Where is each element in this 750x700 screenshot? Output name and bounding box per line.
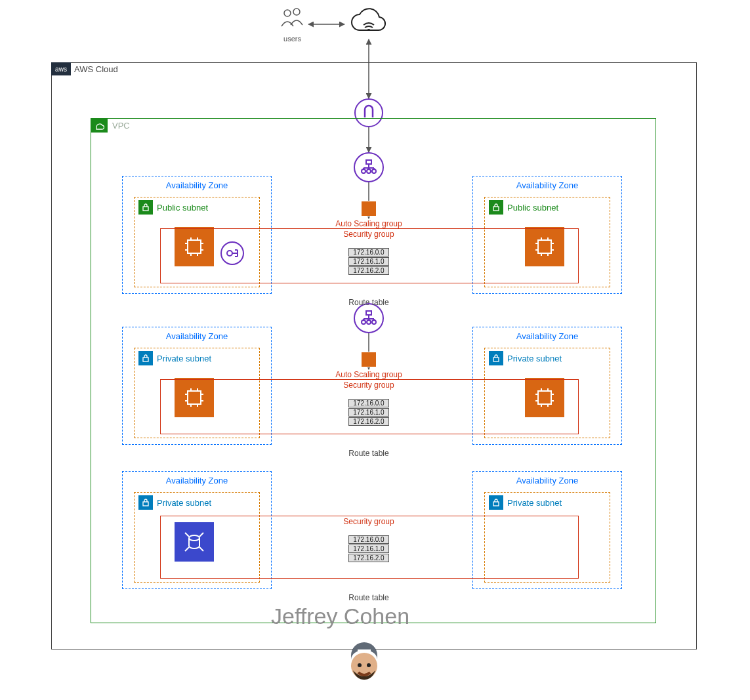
svg-rect-58 [493, 358, 499, 361]
security-group-label: Security group [328, 230, 409, 239]
lock-icon [138, 200, 153, 215]
aws-logo-icon: aws [51, 62, 71, 75]
availability-zone-label: Availability Zone [473, 180, 621, 190]
users-label: users [274, 35, 310, 43]
svg-point-18 [362, 320, 365, 324]
svg-point-5 [284, 10, 291, 16]
lock-icon [138, 495, 153, 510]
svg-rect-23 [143, 207, 148, 211]
route-row: 172.16.2.0 [348, 417, 388, 426]
auto-scaling-group-icon [361, 201, 377, 216]
svg-rect-48 [143, 358, 148, 361]
route-row: 172.16.1.0 [348, 545, 388, 553]
svg-rect-72 [358, 649, 371, 652]
subnet-label: Private subnet [507, 498, 562, 508]
auto-scaling-group-label: Auto Scaling group [328, 370, 409, 379]
lock-icon [138, 351, 153, 365]
author-avatar-icon [341, 636, 387, 684]
route-row: 172.16.0.0 [348, 248, 388, 257]
svg-rect-68 [143, 502, 148, 506]
svg-rect-70 [493, 502, 499, 506]
users-icon: users [274, 7, 310, 43]
svg-point-74 [367, 663, 371, 667]
availability-zone-label: Availability Zone [123, 476, 271, 485]
availability-zone-label: Availability Zone [123, 331, 271, 341]
lock-icon [489, 200, 503, 215]
svg-rect-7 [366, 160, 371, 164]
route-table: 172.16.0.0172.16.1.0172.16.2.0 [348, 535, 390, 562]
diagram-canvas: users aws AWS Cloud VPC [0, 0, 750, 700]
subnet-label: Private subnet [507, 354, 562, 363]
svg-point-11 [367, 169, 371, 173]
route-table: 172.16.0.0172.16.1.0172.16.2.0 [348, 399, 390, 426]
route-row: 172.16.1.0 [348, 257, 388, 266]
svg-rect-15 [366, 311, 371, 315]
vpc-label: VPC [112, 121, 130, 131]
subnet-label: Private subnet [157, 498, 211, 508]
route-row: 172.16.0.0 [348, 535, 388, 544]
subnet-label: Public subnet [157, 203, 208, 213]
internet-cloud-icon [348, 5, 390, 39]
svg-point-19 [367, 320, 371, 324]
route-table: 172.16.0.0172.16.1.0172.16.2.0 [348, 248, 390, 275]
route-row: 172.16.1.0 [348, 408, 388, 417]
lock-icon [489, 495, 503, 510]
aws-cloud-label: AWS Cloud [74, 64, 118, 74]
security-group-label: Security group [328, 381, 409, 390]
route-row: 172.16.2.0 [348, 554, 388, 562]
svg-point-10 [362, 169, 365, 173]
subnet-label: Public subnet [507, 203, 558, 213]
lock-icon [489, 351, 503, 365]
route-table-label: Route table [341, 593, 396, 602]
route-row: 172.16.0.0 [348, 399, 388, 407]
elb-icon [354, 152, 384, 182]
auto-scaling-group-label: Auto Scaling group [328, 219, 409, 228]
availability-zone-label: Availability Zone [473, 476, 621, 485]
security-group-label: Security group [328, 517, 409, 526]
subnet-label: Private subnet [157, 354, 211, 363]
availability-zone-label: Availability Zone [123, 180, 271, 190]
availability-zone-label: Availability Zone [473, 331, 621, 341]
svg-point-6 [293, 9, 300, 15]
svg-rect-38 [493, 207, 499, 211]
route-row: 172.16.2.0 [348, 266, 388, 275]
route-table-label: Route table [341, 449, 396, 458]
svg-point-20 [372, 320, 376, 324]
vpc-icon [91, 118, 108, 133]
auto-scaling-group-icon [361, 352, 377, 367]
svg-point-12 [372, 169, 376, 173]
watermark-text: Jeffrey Cohen [271, 604, 409, 629]
route-table-label: Route table [341, 298, 396, 307]
elb-icon [354, 303, 384, 333]
svg-point-73 [358, 663, 362, 667]
